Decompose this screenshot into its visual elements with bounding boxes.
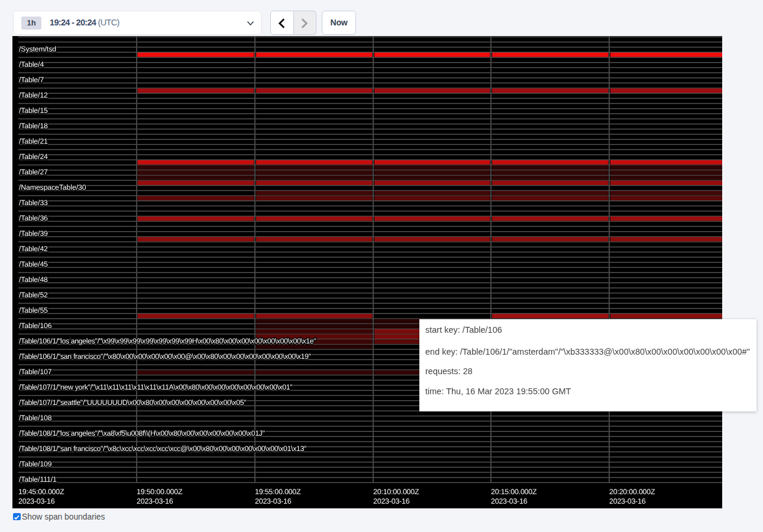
svg-text:20:20:00.000Z: 20:20:00.000Z	[609, 488, 655, 496]
svg-text:20:10:00.000Z: 20:10:00.000Z	[373, 488, 419, 496]
svg-text:/Table/7: /Table/7	[19, 76, 44, 84]
svg-text:/Table/107: /Table/107	[19, 368, 52, 376]
svg-text:/Table/24: /Table/24	[19, 153, 48, 161]
svg-text:/Table/108/1/"san francisco"/": /Table/108/1/"san francisco"/"\x8c\xcc\x…	[19, 445, 306, 453]
svg-text:2023-03-16: 2023-03-16	[255, 497, 292, 505]
svg-text:2023-03-16: 2023-03-16	[18, 497, 55, 505]
svg-text:2023-03-16: 2023-03-16	[609, 497, 646, 505]
svg-text:/Table/33: /Table/33	[19, 199, 48, 207]
svg-text:2023-03-16: 2023-03-16	[373, 497, 410, 505]
svg-text:/Table/107/1/"seattle"/"UUUUUU: /Table/107/1/"seattle"/"UUUUUUUD\x00\x80…	[19, 398, 246, 407]
svg-text:19:50:00.000Z: 19:50:00.000Z	[137, 488, 183, 496]
svg-text:/Table/55: /Table/55	[19, 306, 48, 314]
svg-text:/Table/12: /Table/12	[19, 91, 48, 99]
svg-text:/Table/27: /Table/27	[19, 168, 48, 176]
svg-text:20:15:00.000Z: 20:15:00.000Z	[491, 488, 537, 496]
svg-text:/Table/108/1/"los angeles"/"\x: /Table/108/1/"los angeles"/"\xa8\xf5\u00…	[19, 429, 264, 437]
svg-text:/NamespaceTable/30: /NamespaceTable/30	[19, 183, 86, 192]
svg-text:/Table/4: /Table/4	[19, 60, 44, 69]
svg-text:/Table/36: /Table/36	[19, 214, 48, 222]
svg-text:19:45:00.000Z: 19:45:00.000Z	[18, 488, 64, 496]
svg-text:/Table/106/1/"san francisco"/": /Table/106/1/"san francisco"/"\x80\x00\x…	[19, 352, 311, 361]
svg-text:2023-03-16: 2023-03-16	[137, 497, 173, 505]
svg-text:/System/tsd: /System/tsd	[19, 45, 56, 53]
svg-text:2023-03-16: 2023-03-16	[491, 497, 528, 505]
svg-text:/Table/21: /Table/21	[19, 137, 48, 145]
svg-text:/Table/52: /Table/52	[19, 291, 48, 299]
svg-text:/Table/106/1/"los angeles"/"\x: /Table/106/1/"los angeles"/"\x99\x99\x99…	[19, 337, 316, 345]
svg-text:/Table/108: /Table/108	[19, 414, 52, 422]
svg-text:19:55:00.000Z: 19:55:00.000Z	[255, 488, 301, 496]
svg-text:/Table/106: /Table/106	[19, 322, 52, 330]
svg-text:/Table/48: /Table/48	[19, 275, 48, 284]
svg-text:/Table/109: /Table/109	[19, 460, 52, 468]
svg-text:/Table/15: /Table/15	[19, 106, 48, 115]
svg-text:/Table/107/1/"new york"/"\x11\: /Table/107/1/"new york"/"\x11\x11\x11\x1…	[19, 383, 292, 391]
svg-text:/Table/45: /Table/45	[19, 260, 48, 268]
svg-text:/Table/42: /Table/42	[19, 245, 48, 253]
svg-text:/Table/39: /Table/39	[19, 229, 48, 238]
svg-text:/Table/18: /Table/18	[19, 122, 48, 130]
svg-text:/Table/111/1: /Table/111/1	[19, 475, 57, 484]
